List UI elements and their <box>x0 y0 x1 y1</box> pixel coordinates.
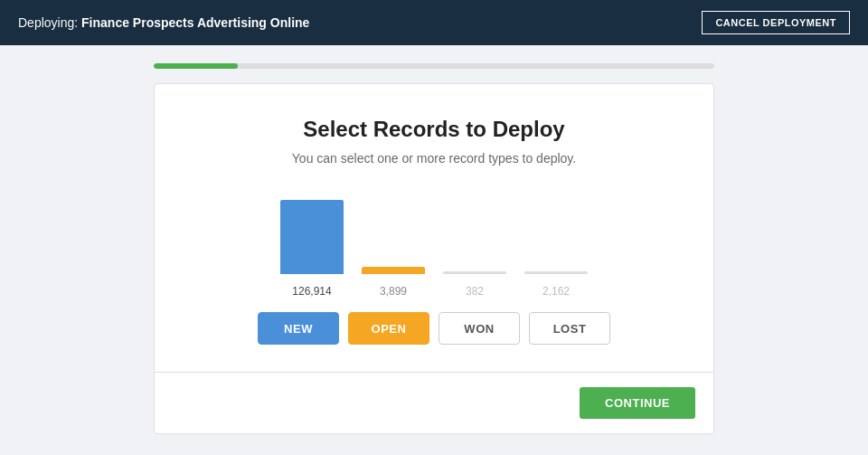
cancel-deployment-button[interactable]: CANCEL DEPLOYMENT <box>702 11 850 34</box>
button-lost[interactable]: LOST <box>529 312 610 345</box>
count-won: 382 <box>434 281 515 298</box>
title-prefix: Deploying: <box>18 15 78 30</box>
bar-open <box>362 267 425 274</box>
button-new[interactable]: NEW <box>258 312 339 345</box>
card-subtitle: You can select one or more record types … <box>191 151 677 166</box>
progress-bar-container <box>154 63 714 69</box>
main-content: Select Records to Deploy You can select … <box>0 45 868 455</box>
bar-won <box>443 271 506 274</box>
count-open: 3,899 <box>353 281 434 298</box>
bar-count-labels: 126,914 3,899 382 2,162 <box>191 281 677 298</box>
bar-col-new <box>271 200 353 274</box>
deployment-title: Deploying: Finance Prospects Advertising… <box>18 15 309 30</box>
card-footer: CONTINUE <box>155 372 713 433</box>
header: Deploying: Finance Prospects Advertising… <box>0 0 868 45</box>
button-won[interactable]: WON <box>439 312 520 345</box>
progress-bar-fill <box>154 63 238 69</box>
continue-button[interactable]: CONTINUE <box>580 387 695 419</box>
bar-col-open <box>353 267 434 274</box>
bar-lost <box>524 271 588 274</box>
card-body: Select Records to Deploy You can select … <box>155 84 713 372</box>
button-open[interactable]: OPEN <box>348 312 429 345</box>
count-new: 126,914 <box>271 281 353 298</box>
title-name: Finance Prospects Advertising Online <box>81 15 309 30</box>
bar-new <box>280 200 344 274</box>
deploy-card: Select Records to Deploy You can select … <box>154 83 714 434</box>
bar-col-lost <box>515 271 597 274</box>
count-lost: 2,162 <box>515 281 597 298</box>
chart-area <box>191 193 677 274</box>
record-type-buttons: NEW OPEN WON LOST <box>191 312 677 345</box>
bar-col-won <box>434 271 515 274</box>
card-title: Select Records to Deploy <box>191 117 677 142</box>
